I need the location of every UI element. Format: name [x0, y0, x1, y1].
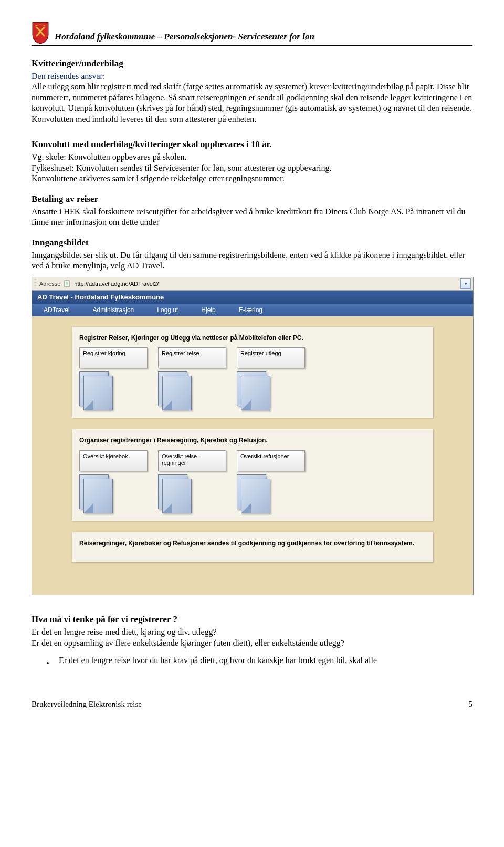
- address-url: http://adtravel.adg.no/ADTravel2/: [74, 281, 159, 287]
- toolbar-grip: [34, 279, 36, 288]
- registrer-reise-button[interactable]: Registrer reise: [158, 347, 226, 368]
- panel-title: Registrer Reiser, Kjøringer og Utlegg vi…: [79, 334, 426, 343]
- app-body: Registrer Reiser, Kjøringer og Utlegg vi…: [32, 316, 473, 595]
- heading-kvitteringer: Kvitteringer/underbilag: [32, 58, 472, 69]
- bullet-text: Er det en lengre reise hvor du har krav …: [59, 656, 377, 668]
- oversikt-kjorebok-button[interactable]: Oversikt kjørebok: [79, 450, 148, 471]
- heading-inngangsbildet: Inngangsbildet: [32, 237, 472, 248]
- page-header: Hordaland fylkeskommune – Personalseksjo…: [32, 21, 472, 46]
- document-icon[interactable]: [237, 474, 268, 511]
- footer-left: Brukerveiledning Elektronisk reise: [32, 700, 142, 709]
- document-icon[interactable]: [79, 474, 111, 511]
- menu-administrasjon[interactable]: Administrasjon: [81, 304, 146, 316]
- oversikt-refusjoner-button[interactable]: Oversikt refusjoner: [237, 450, 305, 471]
- panel-godkjenning: Reiseregninger, Kjørebøker og Refusjoner…: [72, 532, 433, 563]
- header-text: Hordaland fylkeskommune – Personalseksjo…: [55, 32, 314, 44]
- app-title-bar: AD Travel - Hordaland Fylkeskommune: [32, 291, 473, 304]
- paragraph-inngangsbildet: Inngangsbildet ser slik ut. Du får tilga…: [32, 250, 472, 272]
- app-menu-bar: ADTravel Administrasjon Logg ut Hjelp E-…: [32, 304, 473, 316]
- paragraph-tenke: Er det en lengre reise med diett, kjørin…: [32, 627, 472, 648]
- card-registrer-utlegg: Registrer utlegg: [237, 347, 305, 408]
- paragraph-ansvar: Den reisendes ansvar: Alle utlegg som bl…: [32, 71, 472, 125]
- panel-organiser: Organiser registreringer i Reiseregning,…: [72, 429, 433, 521]
- registrer-utlegg-button[interactable]: Registrer utlegg: [237, 347, 305, 368]
- heading-betaling: Betaling av reiser: [32, 194, 472, 204]
- oversikt-reiseregninger-button[interactable]: Oversikt reise-regninger: [158, 450, 226, 471]
- svg-rect-0: [65, 281, 69, 287]
- address-dropdown-button[interactable]: ▾: [460, 278, 471, 289]
- registrer-kjoring-button[interactable]: Registrer kjøring: [79, 347, 148, 368]
- document-icon[interactable]: [237, 371, 268, 408]
- crest-icon: [32, 21, 49, 44]
- bullet-dot-icon: •: [46, 659, 49, 668]
- card-oversikt-kjorebok: Oversikt kjørebok: [79, 450, 148, 511]
- panel-title: Organiser registreringer i Reiseregning,…: [79, 437, 426, 445]
- address-bar: Adresse http://adtravel.adg.no/ADTravel2…: [32, 277, 473, 291]
- paragraph-betaling: Ansatte i HFK skal forskuttere reiseutgi…: [32, 206, 472, 228]
- heading-konvolutt: Konvolutt med underbilag/kvitteringer sk…: [32, 139, 472, 150]
- document-icon[interactable]: [158, 371, 190, 408]
- card-registrer-kjoring: Registrer kjøring: [79, 347, 148, 408]
- page-icon: [64, 280, 71, 287]
- card-oversikt-refusjoner: Oversikt refusjoner: [237, 450, 305, 511]
- card-registrer-reise: Registrer reise: [158, 347, 226, 408]
- document-icon[interactable]: [158, 474, 190, 511]
- panel-registrer: Registrer Reiser, Kjøringer og Utlegg vi…: [72, 327, 433, 418]
- paragraph-konvolutt: Vg. skole: Konvolutten oppbevares på sko…: [32, 152, 472, 184]
- app-screenshot: Adresse http://adtravel.adg.no/ADTravel2…: [32, 277, 474, 596]
- panel-title: Reiseregninger, Kjørebøker og Refusjoner…: [79, 540, 426, 548]
- page-footer: Brukerveiledning Elektronisk reise 5: [32, 700, 472, 709]
- menu-loggut[interactable]: Logg ut: [145, 304, 190, 316]
- menu-elaering[interactable]: E-læring: [227, 304, 274, 316]
- menu-hjelp[interactable]: Hjelp: [190, 304, 227, 316]
- address-label: Adresse: [39, 281, 60, 287]
- document-icon[interactable]: [79, 371, 111, 408]
- lead-text: Den reisendes ansvar: [32, 71, 103, 80]
- page-number: 5: [469, 700, 473, 709]
- bullet-item: • Er det en lengre reise hvor du har kra…: [32, 656, 472, 668]
- card-oversikt-reiseregninger: Oversikt reise-regninger: [158, 450, 226, 511]
- heading-hva-maa-vi-tenke: Hva må vi tenke på før vi registrerer ?: [32, 614, 472, 625]
- body-text: Alle utlegg som blir registrert med rød …: [32, 82, 472, 123]
- menu-adtravel[interactable]: ADTravel: [32, 304, 81, 316]
